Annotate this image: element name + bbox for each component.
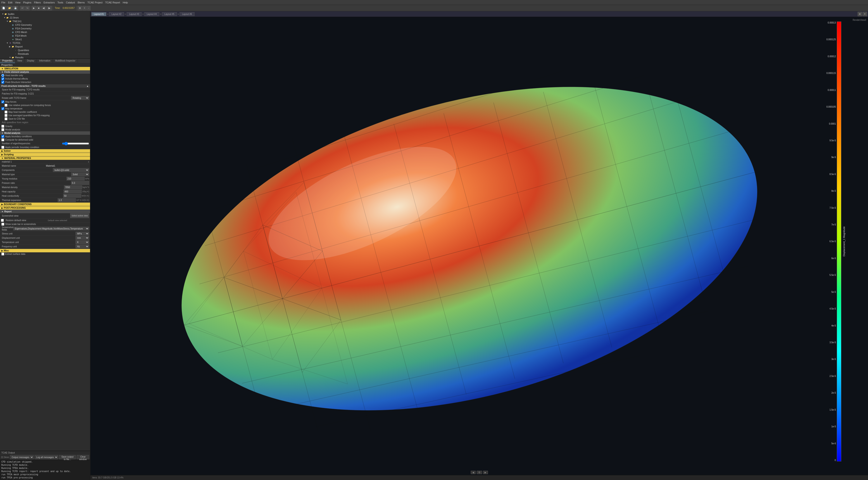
- tree-tne1h1[interactable]: ▼ 📁 TNE1h1: [1, 20, 89, 23]
- material-x-btn[interactable]: x: [88, 161, 89, 163]
- viewport-3d[interactable]: 0.00013 0.000125 0.00012 0.000115 0.0001…: [91, 17, 868, 475]
- pp-header[interactable]: ▶ POST-PROCESSING: [0, 206, 90, 210]
- tree-results[interactable]: ▼ 📁 Results: [1, 56, 89, 59]
- menu-tools[interactable]: Tools: [58, 1, 63, 4]
- num-eigen-slider[interactable]: [62, 142, 89, 145]
- displacement-unit-select[interactable]: mmmcm: [75, 236, 89, 239]
- save-output-btn[interactable]: Save output to file...: [59, 455, 76, 459]
- menu-tcae-report[interactable]: TCAE Report: [105, 1, 120, 4]
- menu-help[interactable]: Help: [123, 1, 128, 4]
- heat-coeff-checkbox[interactable]: [4, 110, 7, 114]
- thermal-exp-input[interactable]: [58, 198, 76, 202]
- toolbar-zoom-fit[interactable]: ⊞: [78, 6, 82, 10]
- nav-right[interactable]: ▶: [483, 471, 488, 474]
- pipeline-tree[interactable]: ▼ 📁 builtin ▼ 📁 22.9mm ▼ 📁 TNE1h1 ▦ CFD …: [0, 11, 90, 59]
- toolbar-stop[interactable]: ■: [37, 6, 41, 10]
- tree-fea-geometry[interactable]: ▦ FEA Geometry: [1, 27, 89, 30]
- layout-tab-4[interactable]: Layout #4: [144, 12, 159, 16]
- extract-surface-checkbox[interactable]: [1, 253, 4, 255]
- poisson-input[interactable]: [71, 181, 89, 185]
- screenshot-fields-select[interactable]: Eigenvalues,Displacement Magnitude,VonMi…: [13, 227, 89, 230]
- toolbar-step-fwd[interactable]: |▶: [47, 6, 52, 10]
- nav-left[interactable]: ◀: [471, 471, 476, 474]
- output-console[interactable]: CFD simulation skipped. Running TCFD mod…: [0, 460, 90, 480]
- layout-tab-2[interactable]: Layout #2: [109, 12, 124, 16]
- save-csv-checkbox[interactable]: [4, 117, 7, 120]
- solver-header[interactable]: ▶ Solver: [0, 149, 90, 153]
- toolbar-redo[interactable]: ↪: [25, 6, 30, 10]
- bc-header[interactable]: ▶ BOUNDARY CONDITIONS: [0, 202, 90, 206]
- menu-blerns[interactable]: Blerns: [78, 1, 85, 4]
- compute-deformed-checkbox[interactable]: [1, 138, 4, 141]
- heat-cond-input[interactable]: [63, 194, 81, 198]
- menu-filters[interactable]: Filters: [34, 1, 41, 4]
- tab-multiblock[interactable]: MultiBlock Inspector: [53, 59, 78, 63]
- map-temp-checkbox[interactable]: [1, 107, 4, 110]
- layout-grid-btn[interactable]: ⊞: [858, 12, 862, 16]
- report-subsection[interactable]: ▼ Report: [0, 210, 90, 213]
- tree-22mm[interactable]: ▼ 📁 22.9mm: [1, 16, 89, 20]
- menu-plugins[interactable]: Plugins: [23, 1, 31, 4]
- toolbar-zoom-out[interactable]: -: [87, 6, 91, 10]
- tree-cfd-mesh[interactable]: ▦ CFD Mesh: [1, 30, 89, 34]
- gravity-checkbox[interactable]: [1, 125, 4, 128]
- fea-subsection[interactable]: ▼ Finite element analysis: [0, 70, 90, 74]
- tree-residuals[interactable]: ◦ Residuals: [1, 52, 89, 56]
- restore-view-checkbox[interactable]: [1, 219, 4, 222]
- toolbar-new[interactable]: 📄: [1, 6, 6, 10]
- scale-bar-checkbox[interactable]: [1, 223, 4, 226]
- apply-bc-checkbox[interactable]: [1, 135, 4, 138]
- misc-header[interactable]: ▶ Misc: [0, 249, 90, 252]
- freq-unit-select[interactable]: HzkHz: [75, 245, 89, 248]
- avg-qties-checkbox[interactable]: [4, 114, 7, 117]
- stress-unit-select[interactable]: MPaGPaPa: [75, 232, 89, 235]
- clear-window-btn[interactable]: Clear window: [77, 455, 89, 459]
- young-mod-input[interactable]: [66, 177, 85, 181]
- menu-edit[interactable]: Edit: [8, 1, 12, 4]
- menu-tcae-project[interactable]: TCAE Project: [88, 1, 103, 4]
- tree-slice1[interactable]: ◈ Slice1: [1, 37, 89, 41]
- layout-tab-3[interactable]: Layout #3: [127, 12, 142, 16]
- tab-properties[interactable]: Properties: [0, 59, 15, 63]
- layout-tab-1[interactable]: Layout #1: [91, 12, 106, 16]
- modal-analysis-checkbox[interactable]: [1, 128, 4, 131]
- fsi-checkbox[interactable]: [1, 81, 4, 84]
- menu-catalyst[interactable]: Catalyst: [66, 1, 75, 4]
- layout-tab-6[interactable]: Layout #6: [180, 12, 194, 16]
- select-view-btn[interactable]: Select active view: [70, 214, 89, 218]
- toolbar-save[interactable]: 💾: [13, 6, 18, 10]
- map-forces-checkbox[interactable]: [1, 100, 4, 103]
- material-type-select[interactable]: Solid: [71, 172, 89, 176]
- scripting-header[interactable]: ▶ Scripting: [0, 153, 90, 156]
- rotate-tcfd-select[interactable]: Rotating Fixed: [71, 96, 89, 100]
- toolbar-play[interactable]: ▶: [32, 6, 36, 10]
- modal-subsection[interactable]: ▼ Modal analysis: [0, 131, 90, 135]
- tree-report[interactable]: ▶ 📁 Report: [1, 45, 89, 49]
- tree-tcfd1[interactable]: ▼ ⚙ TCFD1: [1, 41, 89, 45]
- log-select[interactable]: Log all messages: [35, 455, 58, 459]
- toolbar-step-back[interactable]: ◀|: [41, 6, 46, 10]
- output-messages-select[interactable]: Output messages: [10, 455, 34, 459]
- menu-view[interactable]: View: [15, 1, 21, 4]
- fsi-expand-btn[interactable]: ▲: [86, 85, 89, 87]
- layout-close-btn[interactable]: ✕: [863, 12, 867, 16]
- tab-display[interactable]: Display: [25, 59, 37, 63]
- material-header[interactable]: ▼ MATERIAL PROPERTIES: [0, 156, 90, 160]
- rel-pressure-checkbox[interactable]: [4, 104, 7, 107]
- thermal-effects-checkbox[interactable]: [1, 77, 4, 80]
- density-input[interactable]: [64, 185, 82, 189]
- tree-cfd-geometry[interactable]: ▦ CFD Geometry: [1, 23, 89, 27]
- components-select[interactable]: bullet-Q3-solid: [53, 168, 89, 172]
- periodic-bc-checkbox[interactable]: [1, 146, 4, 149]
- tab-view[interactable]: View: [15, 59, 25, 63]
- tree-fea-mesh[interactable]: ▦ FEA Mesh: [1, 34, 89, 37]
- toolbar-zoom-in[interactable]: +: [83, 6, 87, 10]
- tree-builtin[interactable]: ▼ 📁 builtin: [1, 12, 89, 16]
- nav-center[interactable]: ⦿: [477, 471, 482, 474]
- toolbar-open[interactable]: 📁: [7, 6, 12, 10]
- temp-unit-select[interactable]: K°C°F: [75, 241, 89, 244]
- tab-information[interactable]: Information: [37, 59, 53, 63]
- layout-tab-5[interactable]: Layout #5: [162, 12, 177, 16]
- heat-cap-input[interactable]: [64, 190, 82, 193]
- menu-file[interactable]: File: [1, 1, 5, 4]
